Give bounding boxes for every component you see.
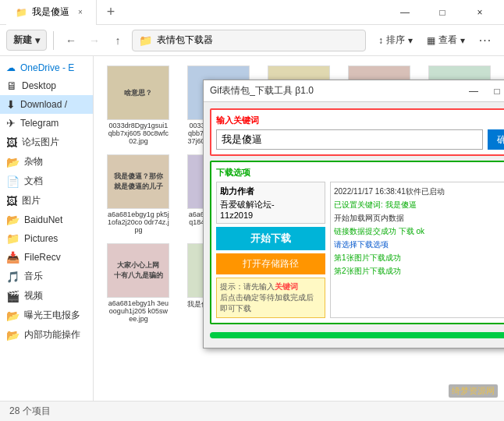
sidebar-item-pictures2[interactable]: 📁Pictures bbox=[0, 229, 93, 248]
sidebar-item-onedrive[interactable]: ☁ OneDrive - E bbox=[0, 59, 93, 76]
sidebar-label-desktop: Desktop bbox=[22, 80, 56, 91]
sidebar-label-documents: 文档 bbox=[24, 175, 43, 188]
sidebar-label-filerecv: FileRecv bbox=[24, 252, 61, 263]
tab-icon: 📁 bbox=[16, 7, 27, 18]
watermark: 绮梦资源网 bbox=[449, 384, 498, 398]
sidebar-icon-misc: 📂 bbox=[6, 156, 20, 168]
sidebar-item-downloads[interactable]: ⬇Download / bbox=[0, 95, 93, 114]
sidebar-icon-filerecv: 📥 bbox=[6, 251, 20, 264]
tab-close-button[interactable]: × bbox=[74, 6, 87, 19]
dialog-minimize-button[interactable]: — bbox=[463, 82, 484, 101]
toolbar-separator-1 bbox=[53, 31, 54, 50]
dialog-body: 输入关键词 确定 下载选项 助力作者 bbox=[204, 102, 504, 348]
sidebar-item-desktop[interactable]: 🖥Desktop bbox=[0, 76, 93, 95]
file-item[interactable]: 大家小心上网十有八九是骗的 a6a681ebgy1h 3euooguh1j205… bbox=[100, 240, 177, 326]
more-button[interactable]: ··· bbox=[473, 30, 498, 51]
sidebar-icon-downloads: ⬇ bbox=[6, 98, 16, 111]
sort-button[interactable]: ↕ 排序 ▾ bbox=[372, 30, 419, 51]
log-line: 第2张图片下载成功 bbox=[334, 265, 504, 278]
sidebar-item-music[interactable]: 🎵音乐 bbox=[0, 267, 93, 286]
thumb-text: 大家小心上网十有八九是骗的 bbox=[114, 260, 163, 281]
window-close-button[interactable]: × bbox=[462, 0, 498, 25]
sidebar-icon-baidu: 📂 bbox=[6, 214, 20, 226]
input-section: 输入关键词 确定 bbox=[210, 108, 504, 156]
new-tab-button[interactable]: + bbox=[100, 2, 122, 23]
sidebar-label-forum-images: 论坛图片 bbox=[22, 136, 59, 149]
sidebar-item-baidu[interactable]: 📂BaiduNet bbox=[0, 210, 93, 229]
open-folder-button[interactable]: 打开存储路径 bbox=[216, 253, 325, 274]
main-layout: ☁ OneDrive - E 🖥Desktop⬇Download /✈Teleg… bbox=[0, 56, 504, 401]
statusbar: 28 个项目 bbox=[0, 401, 504, 421]
view-icon: ▦ bbox=[427, 35, 435, 46]
sidebar-icon-desktop: 🖥 bbox=[6, 80, 17, 92]
sidebar-item-pictures[interactable]: 🖼图片 bbox=[0, 191, 93, 210]
file-name: a6a681ebgy1g pk5j1ofa2j20co 0dr74z.jpg bbox=[107, 210, 169, 234]
input-row: 确定 bbox=[216, 129, 504, 150]
file-thumbnail: 啥意思？ bbox=[107, 65, 169, 120]
window-titlebar: 📁 我是傻逼 × + — □ × bbox=[0, 0, 504, 25]
progress-bar-wrap bbox=[210, 332, 504, 338]
dialog-titlebar: Gif表情包_下载工具 β1.0 — □ × bbox=[204, 80, 504, 102]
file-item[interactable]: 我是傻逼？那你就是傻逼的儿子 a6a681ebgy1g pk5j1ofa2j20… bbox=[100, 151, 177, 237]
view-button[interactable]: ▦ 查看 ▾ bbox=[421, 30, 471, 51]
address-bar[interactable]: 📁 表情包下载器 bbox=[132, 30, 366, 51]
sidebar-icon-pictures: 🖼 bbox=[6, 195, 17, 207]
start-download-button[interactable]: 开始下载 bbox=[216, 227, 325, 250]
sidebar-icon-videos: 🎬 bbox=[6, 290, 20, 302]
file-name: a6a681ebgy1h 3euooguh1j205 k05swee.jpg bbox=[107, 299, 169, 323]
new-label: 新建 bbox=[13, 34, 32, 47]
sidebar-label-guangwang: 曝光王电报多 bbox=[24, 309, 80, 322]
sidebar-item-internal[interactable]: 📂内部功能操作 bbox=[0, 325, 93, 345]
download-section: 下载选项 助力作者 吾爱破解论坛-11z2019 开始下载 打开存储路径 bbox=[210, 161, 504, 324]
sidebar-label-baidu: BaiduNet bbox=[24, 214, 62, 225]
dialog-maximize-button[interactable]: □ bbox=[486, 82, 504, 101]
sidebar-item-guangwang[interactable]: 📂曝光王电报多 bbox=[0, 306, 93, 325]
sidebar-item-filerecv[interactable]: 📥FileRecv bbox=[0, 248, 93, 267]
toolbar-right: ↕ 排序 ▾ ▦ 查看 ▾ ··· bbox=[372, 30, 498, 51]
thumb-text: 啥意思？ bbox=[124, 88, 152, 98]
sort-arrow-icon: ▾ bbox=[408, 35, 413, 46]
forward-button[interactable]: → bbox=[83, 30, 105, 51]
sidebar-item-forum-images[interactable]: 🖼论坛图片 bbox=[0, 133, 93, 152]
sidebar: ☁ OneDrive - E 🖥Desktop⬇Download /✈Teleg… bbox=[0, 56, 94, 401]
dialog-title: Gif表情包_下载工具 β1.0 bbox=[210, 84, 463, 97]
window-minimize-button[interactable]: — bbox=[387, 0, 423, 25]
log-line: 开始加载网页内数据 bbox=[334, 212, 504, 225]
sidebar-label-misc: 杂物 bbox=[24, 155, 43, 168]
address-folder-icon: 📁 bbox=[139, 34, 152, 47]
sort-icon: ↕ bbox=[378, 35, 383, 46]
new-button[interactable]: 新建 ▾ bbox=[6, 30, 47, 51]
sidebar-item-telegram[interactable]: ✈Telegram bbox=[0, 114, 93, 133]
author-box: 助力作者 吾爱破解论坛-11z2019 bbox=[216, 182, 325, 224]
file-thumbnail: 我是傻逼？那你就是傻逼的儿子 bbox=[107, 154, 169, 209]
sidebar-icon-internal: 📂 bbox=[6, 329, 20, 341]
log-line: 请选择下载选项 bbox=[334, 239, 504, 251]
onedrive-label: OneDrive - E bbox=[20, 62, 74, 73]
up-button[interactable]: ↑ bbox=[107, 30, 129, 51]
window-controls: — □ × bbox=[387, 0, 498, 25]
sidebar-item-misc[interactable]: 📂杂物 bbox=[0, 152, 93, 172]
author-label: 助力作者 bbox=[220, 186, 321, 197]
author-text: 吾爱破解论坛-11z2019 bbox=[220, 199, 321, 220]
sidebar-label-telegram: Telegram bbox=[20, 118, 59, 129]
sidebar-item-documents[interactable]: 📄文档 bbox=[0, 172, 93, 191]
window-maximize-button[interactable]: □ bbox=[424, 0, 460, 25]
log-line: 已设置关键词: 我是傻逼 bbox=[334, 199, 504, 211]
sidebar-label-internal: 内部功能操作 bbox=[24, 328, 80, 341]
sidebar-label-videos: 视频 bbox=[24, 289, 43, 302]
nav-buttons: ← → ↑ bbox=[60, 30, 129, 51]
sidebar-label-pictures: 图片 bbox=[22, 194, 41, 207]
new-arrow-icon: ▾ bbox=[35, 35, 40, 46]
sidebar-label-music: 音乐 bbox=[24, 270, 43, 283]
toolbar: 新建 ▾ ← → ↑ 📁 表情包下载器 ↕ 排序 ▾ ▦ 查看 ▾ ··· bbox=[0, 25, 504, 56]
back-button[interactable]: ← bbox=[60, 30, 82, 51]
address-text: 表情包下载器 bbox=[157, 34, 213, 47]
sidebar-item-videos[interactable]: 🎬视频 bbox=[0, 286, 93, 306]
keyword-input[interactable] bbox=[216, 129, 483, 150]
window-tab[interactable]: 📁 我是傻逼 × bbox=[6, 0, 97, 25]
confirm-button[interactable]: 确定 bbox=[488, 129, 504, 150]
dialog-controls: — □ × bbox=[463, 82, 504, 101]
sidebar-icon-telegram: ✈ bbox=[6, 117, 16, 129]
gif-tool-dialog[interactable]: Gif表情包_下载工具 β1.0 — □ × 输入关键词 确定 bbox=[203, 80, 504, 348]
file-item[interactable]: 啥意思？ 0033dr8Dgy1gsui1qbb7xj605 80c8wfc02… bbox=[100, 62, 177, 148]
